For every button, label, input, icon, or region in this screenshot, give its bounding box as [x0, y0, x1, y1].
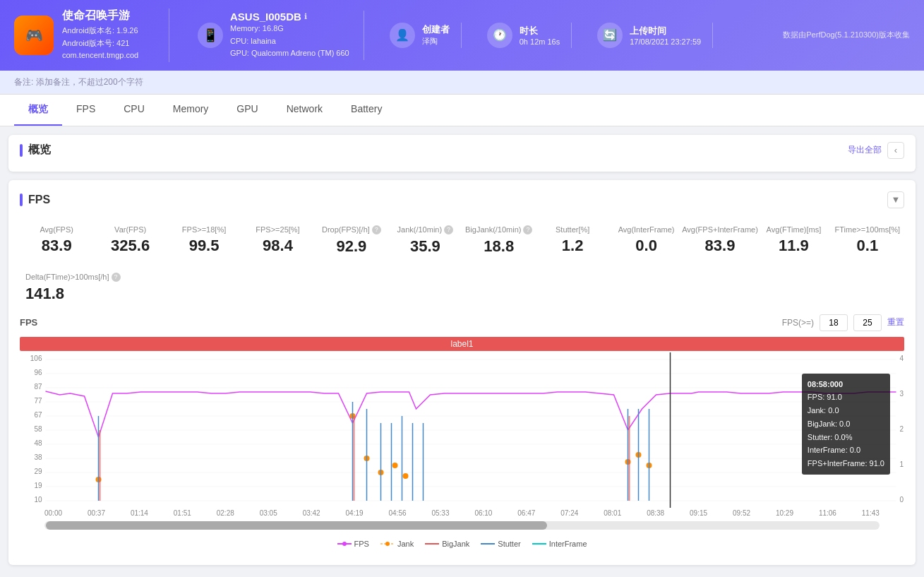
fps-threshold-1[interactable]: [820, 314, 848, 331]
app-icon: 🎮: [14, 16, 54, 55]
app-package: com.tencent.tmgp.cod: [62, 49, 138, 62]
app-name: 使命召唤手游: [62, 8, 138, 23]
svg-text:106: 106: [30, 355, 42, 362]
stat-value: 83.9: [689, 237, 751, 255]
fps-chart-container: 106 96 87 77 67 58 48 38 29 19 10 4 3 2 …: [20, 352, 904, 508]
upload-time-stat: 🔄 上传时间 17/08/2021 23:27:59: [586, 23, 713, 48]
tooltip-fps-interframe: FPS+InterFrame: 91.0: [808, 457, 884, 470]
tooltip-interframe: InterFrame: 0.0: [808, 444, 884, 457]
x-label-17: 10:29: [776, 509, 793, 517]
device-gpu: GPU: Qualcomm Adreno (TM) 660: [230, 47, 349, 60]
device-info-icon: ℹ: [304, 12, 307, 21]
fps-gte-label: FPS(>=): [782, 318, 814, 328]
x-label-6: 03:42: [303, 509, 320, 517]
app-version-name: Android版本名: 1.9.26: [62, 25, 138, 37]
legend-interframe: InterFrame: [532, 540, 587, 548]
svg-text:10: 10: [34, 496, 42, 504]
scrollbar-thumb[interactable]: [46, 521, 547, 530]
device-icon: 📱: [198, 23, 223, 48]
svg-text:29: 29: [34, 468, 42, 475]
app-icon-image: 🎮: [14, 16, 54, 55]
upload-value: 17/08/2021 23:27:59: [630, 37, 701, 46]
stat-label: Avg(FPS): [25, 225, 88, 234]
x-label-14: 08:38: [647, 509, 664, 517]
stat-value: 0.0: [615, 237, 677, 255]
fps-legend: FPS Jank BigJank Stutter InterFrame: [20, 534, 904, 554]
stat-label: Avg(InterFrame): [615, 225, 677, 234]
svg-text:67: 67: [34, 411, 42, 419]
legend-interframe-label: InterFrame: [549, 540, 587, 548]
stat-label: BigJank(/10min) ?: [468, 225, 530, 234]
tab-cpu[interactable]: CPU: [109, 95, 159, 126]
legend-stutter-label: Stutter: [498, 540, 520, 548]
stat-item: Avg(FTime)[ms] 11.9: [757, 220, 830, 261]
svg-text:38: 38: [34, 453, 42, 461]
svg-text:48: 48: [34, 439, 42, 447]
fps-stats-grid: Avg(FPS) 83.9 Var(FPS) 325.6 FPS>=18[%] …: [20, 220, 904, 261]
reset-button[interactable]: 重置: [887, 316, 904, 328]
device-name: ASUS_I005DB: [230, 11, 301, 23]
delta-value: 141.8: [25, 285, 904, 303]
svg-text:4: 4: [900, 355, 904, 362]
device-info: 📱 ASUS_I005DB ℹ Memory: 16.8G CPU: lahai…: [184, 11, 364, 60]
tooltip-jank: Jank: 0.0: [808, 404, 884, 417]
x-label-10: 06:10: [474, 509, 492, 517]
stat-value: 11.9: [762, 237, 824, 255]
chart-title: FPS: [20, 317, 37, 328]
legend-bigjank-icon: [425, 540, 439, 547]
chart-tooltip: 08:58:000 FPS: 91.0 Jank: 0.0 BigJank: 0…: [802, 374, 890, 475]
svg-text:77: 77: [34, 397, 42, 405]
tab-overview[interactable]: 概览: [14, 95, 62, 126]
legend-jank: Jank: [380, 540, 414, 548]
svg-text:58: 58: [34, 425, 42, 433]
tab-battery[interactable]: Battery: [337, 95, 396, 126]
stat-label: Drop(FPS)[/h] ?: [320, 225, 383, 234]
chart-scrollbar[interactable]: [44, 521, 880, 530]
help-icon[interactable]: ?: [444, 225, 453, 234]
stat-label: Var(FPS): [99, 225, 161, 234]
stat-label: Avg(FTime)[ms]: [762, 225, 824, 234]
tab-network[interactable]: Network: [272, 95, 337, 126]
duration-stat: 🕐 时长 0h 12m 16s: [476, 23, 572, 48]
duration-value: 0h 12m 16s: [520, 37, 560, 46]
svg-point-49: [342, 542, 347, 546]
tab-memory[interactable]: Memory: [159, 95, 223, 126]
fps-title-bar: [20, 194, 23, 206]
help-icon[interactable]: ?: [372, 225, 381, 234]
nav-tabs: 概览 FPS CPU Memory GPU Network Battery: [0, 95, 924, 126]
svg-text:0: 0: [900, 496, 904, 504]
duration-icon: 🕐: [487, 23, 512, 48]
x-label-8: 04:56: [389, 509, 407, 517]
svg-text:1: 1: [900, 460, 904, 468]
svg-text:19: 19: [34, 482, 42, 489]
collapse-button[interactable]: ‹: [887, 142, 904, 159]
tab-fps[interactable]: FPS: [62, 95, 109, 126]
fps-label-bar: label1: [20, 337, 904, 351]
stat-value: 0.1: [836, 237, 899, 255]
stat-value: 92.9: [320, 237, 383, 256]
title-bar: [20, 144, 23, 157]
svg-text:2: 2: [900, 425, 904, 433]
app-info: 🎮 使命召唤手游 Android版本名: 1.9.26 Android版本号: …: [14, 8, 169, 62]
help-icon[interactable]: ?: [523, 225, 532, 234]
stat-item: Jank(/10min) ? 35.9: [388, 220, 462, 261]
x-label-16: 09:52: [733, 509, 750, 517]
tab-gpu[interactable]: GPU: [222, 95, 272, 126]
x-label-4: 02:28: [217, 509, 234, 517]
export-button[interactable]: 导出全部: [848, 144, 882, 156]
fps-collapse-button[interactable]: ▼: [887, 191, 904, 208]
stat-label: Stutter[%]: [541, 225, 604, 234]
chart-header: FPS FPS(>=) 重置: [20, 314, 904, 331]
stat-label: FTime>=100ms[%]: [836, 225, 899, 234]
stat-item: BigJank(/10min) ? 18.8: [462, 220, 536, 261]
stat-label: FPS>=18[%]: [173, 225, 235, 234]
legend-fps-label: FPS: [354, 540, 369, 548]
svg-point-51: [385, 542, 390, 546]
stat-item: FTime>=100ms[%] 0.1: [831, 220, 904, 261]
delta-help-icon[interactable]: ?: [112, 273, 121, 282]
fps-threshold-2[interactable]: [853, 314, 882, 331]
tooltip-fps: FPS: 91.0: [808, 391, 884, 404]
x-label-13: 08:01: [604, 509, 621, 517]
svg-text:96: 96: [34, 369, 42, 376]
tooltip-time: 08:58:000: [808, 378, 884, 391]
